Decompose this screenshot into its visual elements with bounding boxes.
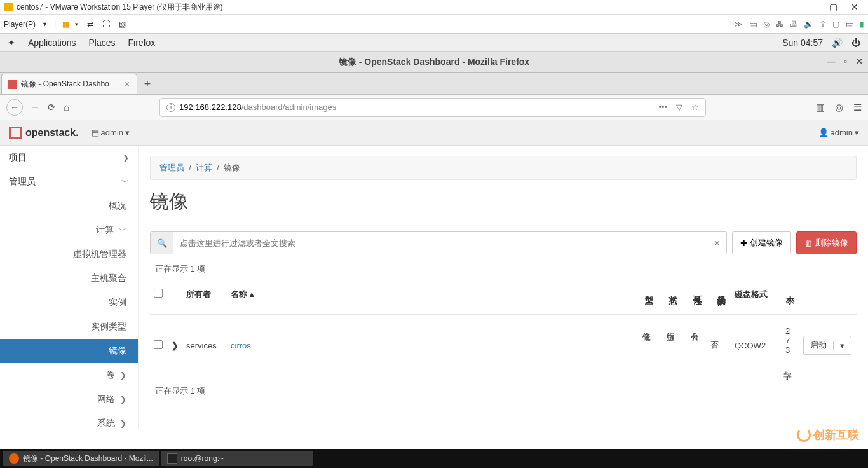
- select-all-checkbox[interactable]: [154, 289, 163, 298]
- clock[interactable]: Sun 04:57: [782, 38, 823, 48]
- sidebar-label: 实例: [109, 297, 126, 308]
- send-keys-icon[interactable]: ⇄: [87, 20, 93, 29]
- col-protected[interactable]: 受保护的: [707, 279, 731, 315]
- back-button[interactable]: ←: [6, 99, 23, 116]
- sidebar-item-host-aggregates[interactable]: 主机聚合: [0, 266, 138, 291]
- pause-icon[interactable]: ▮▮: [62, 20, 69, 29]
- favicon-icon: [8, 80, 17, 89]
- disk-icon[interactable]: 🖴: [749, 20, 757, 29]
- power-icon[interactable]: ⏻: [851, 38, 860, 48]
- sound-icon[interactable]: 🔉: [804, 20, 813, 29]
- search-box[interactable]: 🔍 ✕: [150, 231, 727, 254]
- sidebar-icon[interactable]: ▥: [816, 102, 825, 113]
- watermark-icon: [797, 428, 811, 442]
- unity-icon[interactable]: ▧: [119, 20, 126, 29]
- button-label: 删除镜像: [815, 237, 848, 249]
- reload-button[interactable]: ⟳: [48, 102, 56, 113]
- table-toolbar: 🔍 ✕ ✚ 创建镜像 🗑 删除镜像: [150, 231, 857, 254]
- volume-icon[interactable]: 🔊: [832, 38, 843, 48]
- player-menu[interactable]: Player(P): [4, 20, 36, 29]
- delete-image-button[interactable]: 🗑 删除镜像: [796, 231, 857, 254]
- printer-icon[interactable]: 🖶: [790, 20, 797, 29]
- sidebar-item-admin[interactable]: 管理员 ﹀: [0, 170, 138, 194]
- home-button[interactable]: ⌂: [64, 102, 69, 113]
- col-name[interactable]: 名称 ▴: [227, 279, 634, 315]
- sidebar-item-hypervisors[interactable]: 虚拟机管理器: [0, 242, 138, 266]
- maximize-button[interactable]: ▢: [824, 2, 843, 12]
- sidebar: 项目 ❯ 管理员 ﹀ 概况 计算 ﹀ 虚拟机管理器 主机聚合 实例 实例类型 镜…: [0, 146, 139, 429]
- expand-row-icon[interactable]: ❯: [172, 341, 179, 350]
- ff-minimize-button[interactable]: —: [827, 57, 835, 66]
- create-image-button[interactable]: ✚ 创建镜像: [732, 231, 791, 254]
- applications-menu[interactable]: Applications: [28, 38, 76, 48]
- sidebar-item-network[interactable]: 网络 ❯: [0, 387, 138, 411]
- sidebar-label: 项目: [9, 152, 27, 163]
- cell-size: 273 字节: [775, 315, 799, 376]
- project-dropdown[interactable]: ▤ admin ▾: [92, 128, 130, 137]
- clear-search-button[interactable]: ✕: [707, 232, 726, 254]
- usb-icon[interactable]: ⇪: [820, 20, 826, 29]
- openstack-logo[interactable]: openstack.: [9, 127, 79, 139]
- cell-protected: 否: [707, 315, 731, 376]
- sidebar-item-flavors[interactable]: 实例类型: [0, 315, 138, 339]
- chevron-down-icon: ﹀: [119, 225, 126, 236]
- page-actions-icon[interactable]: •••: [658, 102, 667, 112]
- firefox-tabstrip: 镜像 - OpenStack Dashbo ✕ +: [0, 73, 868, 95]
- col-visibility[interactable]: 可见性: [682, 279, 707, 315]
- row-checkbox[interactable]: [154, 340, 163, 349]
- tab-close-button[interactable]: ✕: [124, 80, 130, 89]
- fullscreen-icon[interactable]: ⛶: [102, 20, 110, 29]
- taskbar-item-firefox[interactable]: 镜像 - OpenStack Dashboard - Mozil...: [3, 451, 159, 466]
- terminal-icon: [167, 453, 177, 464]
- user-dropdown[interactable]: 👤 admin ▾: [818, 128, 859, 137]
- activities-icon[interactable]: ✦: [8, 38, 15, 48]
- action-label: 启动: [804, 340, 833, 351]
- extension-icon[interactable]: ◎: [835, 102, 843, 113]
- ff-maximize-button[interactable]: ▫: [844, 57, 847, 66]
- library-icon[interactable]: ⫼: [796, 102, 806, 113]
- cd-icon[interactable]: ◎: [763, 20, 770, 29]
- new-tab-button[interactable]: +: [137, 74, 158, 94]
- taskbar-item-terminal[interactable]: root@rong:~: [161, 451, 313, 466]
- col-disk-format[interactable]: 磁盘格式: [731, 279, 775, 315]
- col-status[interactable]: 状态: [658, 279, 682, 315]
- firefox-navbar: ← → ⟳ ⌂ i 192.168.222.128/dashboard/admi…: [0, 95, 868, 120]
- row-action-dropdown[interactable]: 启动 ▾: [803, 336, 851, 355]
- menu-icon[interactable]: ☰: [853, 102, 862, 113]
- bookmark-icon[interactable]: ☆: [691, 102, 699, 112]
- search-input[interactable]: [173, 232, 707, 254]
- col-size[interactable]: 大小: [775, 279, 799, 315]
- trash-icon: 🗑: [804, 238, 813, 248]
- image-name-link[interactable]: cirros: [231, 341, 251, 350]
- forward-button[interactable]: →: [31, 102, 40, 113]
- places-menu[interactable]: Places: [89, 38, 116, 48]
- chevron-down-icon: ﹀: [121, 177, 129, 188]
- sidebar-item-images[interactable]: 镜像: [0, 339, 138, 363]
- minimize-button[interactable]: —: [803, 2, 822, 12]
- sidebar-item-system[interactable]: 系统 ❯: [0, 411, 138, 436]
- breadcrumb-admin[interactable]: 管理员: [159, 163, 184, 172]
- site-info-icon[interactable]: i: [166, 103, 175, 112]
- gnome-topbar: ✦ Applications Places Firefox Sun 04:57 …: [0, 34, 868, 52]
- sidebar-item-volumes[interactable]: 卷 ❯: [0, 363, 138, 387]
- table-row: ❯ services cirros 镜像 运行中 公有 否 QCOW2 273 …: [150, 315, 857, 376]
- sidebar-label: 镜像: [109, 345, 126, 357]
- toolbar-icon[interactable]: ≫: [735, 20, 743, 29]
- sidebar-item-project[interactable]: 项目 ❯: [0, 146, 138, 170]
- hdd-icon[interactable]: 🖴: [846, 20, 853, 29]
- display-icon[interactable]: ▢: [832, 20, 839, 29]
- close-button[interactable]: ✕: [845, 2, 864, 12]
- col-owner[interactable]: 所有者: [182, 279, 227, 315]
- network-icon[interactable]: 🖧: [776, 20, 783, 29]
- browser-tab[interactable]: 镜像 - OpenStack Dashbo ✕: [1, 74, 137, 94]
- col-type[interactable]: 类型: [634, 279, 658, 315]
- firefox-menu[interactable]: Firefox: [128, 38, 156, 48]
- firefox-titlebar: 镜像 - OpenStack Dashboard - Mozilla Firef…: [0, 52, 868, 73]
- sidebar-item-instances[interactable]: 实例: [0, 291, 138, 315]
- sidebar-item-compute[interactable]: 计算 ﹀: [0, 218, 138, 242]
- reader-icon[interactable]: ▽: [676, 102, 682, 112]
- sidebar-item-overview[interactable]: 概况: [0, 194, 138, 218]
- ff-close-button[interactable]: ✕: [856, 57, 863, 66]
- breadcrumb-compute[interactable]: 计算: [196, 163, 212, 172]
- url-bar[interactable]: i 192.168.222.128/dashboard/admin/images…: [159, 98, 706, 117]
